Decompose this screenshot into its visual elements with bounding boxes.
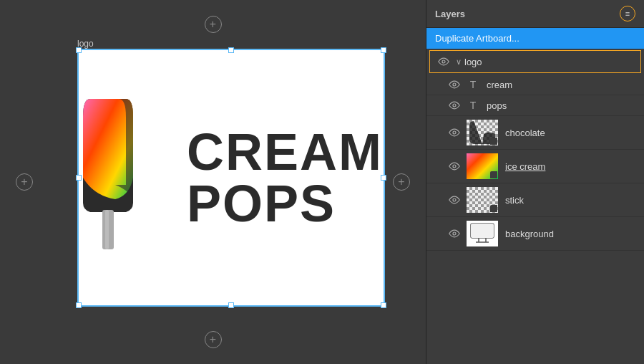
layer-row-chocolate[interactable]: chocolate <box>426 116 644 150</box>
duplicate-artboard-banner[interactable]: Duplicate Artboard... <box>426 28 644 49</box>
thumb-corner-chocolate <box>490 138 497 145</box>
thumb-chocolate <box>467 120 498 145</box>
svg-point-9 <box>453 232 456 235</box>
handle-ml[interactable] <box>76 175 82 181</box>
hamburger-icon: ≡ <box>625 9 630 18</box>
svg-point-4 <box>453 104 456 107</box>
handle-tc[interactable] <box>228 47 234 53</box>
handle-bc[interactable] <box>228 302 234 308</box>
layer-label-chocolate: chocolate <box>505 128 545 138</box>
layer-label-stick: stick <box>505 195 524 206</box>
ice-cream-illustration <box>79 92 172 264</box>
handle-mr[interactable] <box>381 175 386 181</box>
plus-right-button[interactable]: + <box>393 173 410 191</box>
brand-line1: CREAM <box>187 126 383 178</box>
eye-icon-logo[interactable] <box>437 55 450 68</box>
brand-line2: POPS <box>187 178 383 229</box>
logo-content: CREAM POPS <box>79 50 384 305</box>
layer-row-ice-cream[interactable]: ice cream <box>426 150 644 183</box>
layers-header: Layers ≡ <box>426 0 644 28</box>
artboard: CREAM POPS <box>77 49 385 307</box>
thumb-ice-cream <box>467 153 498 179</box>
layer-row-stick[interactable]: stick <box>426 183 644 217</box>
layer-row-background[interactable]: background <box>426 217 644 251</box>
handle-tr[interactable] <box>381 47 386 53</box>
layer-row-cream[interactable]: T cream <box>426 75 644 95</box>
canvas-area: + + + + logo <box>0 0 426 364</box>
svg-rect-1 <box>105 210 109 249</box>
plus-bottom-button[interactable]: + <box>205 331 222 348</box>
handle-tl[interactable] <box>76 47 82 53</box>
svg-rect-12 <box>471 224 494 238</box>
eye-icon-ice-cream[interactable] <box>448 160 461 173</box>
type-icon-pops: T <box>467 100 479 111</box>
thumb-corner-ice-cream <box>490 171 497 178</box>
svg-point-8 <box>453 198 456 201</box>
eye-icon-stick[interactable] <box>448 193 461 206</box>
thumb-background <box>467 221 498 246</box>
layer-label-background: background <box>505 229 554 239</box>
thumb-corner-stick <box>490 205 497 212</box>
layer-row-pops[interactable]: T pops <box>426 95 644 116</box>
eye-icon-cream[interactable] <box>448 78 461 91</box>
chevron-icon-logo: ∨ <box>456 57 462 67</box>
svg-point-3 <box>453 83 456 86</box>
svg-point-5 <box>453 131 456 134</box>
layer-label-cream: cream <box>487 80 512 90</box>
layer-label-pops: pops <box>487 100 507 111</box>
svg-point-2 <box>442 60 445 63</box>
type-icon-cream: T <box>467 79 479 90</box>
eye-icon-background[interactable] <box>448 227 461 240</box>
logo-group-row[interactable]: ∨ logo <box>429 50 641 73</box>
plus-top-button[interactable]: + <box>205 16 222 33</box>
handle-bl[interactable] <box>76 302 82 308</box>
eye-icon-chocolate[interactable] <box>448 126 461 139</box>
plus-left-button[interactable]: + <box>16 173 33 191</box>
thumb-stick <box>467 187 498 213</box>
layers-panel: Layers ≡ Duplicate Artboard... ∨ logo T … <box>426 0 644 364</box>
layers-menu-button[interactable]: ≡ <box>620 6 635 21</box>
layers-title: Layers <box>435 9 465 19</box>
svg-point-7 <box>453 165 456 168</box>
logo-group-label: logo <box>464 57 633 67</box>
eye-icon-pops[interactable] <box>448 99 461 112</box>
layer-label-ice-cream: ice cream <box>505 161 545 172</box>
brand-text: CREAM POPS <box>187 126 383 229</box>
handle-br[interactable] <box>381 302 386 308</box>
